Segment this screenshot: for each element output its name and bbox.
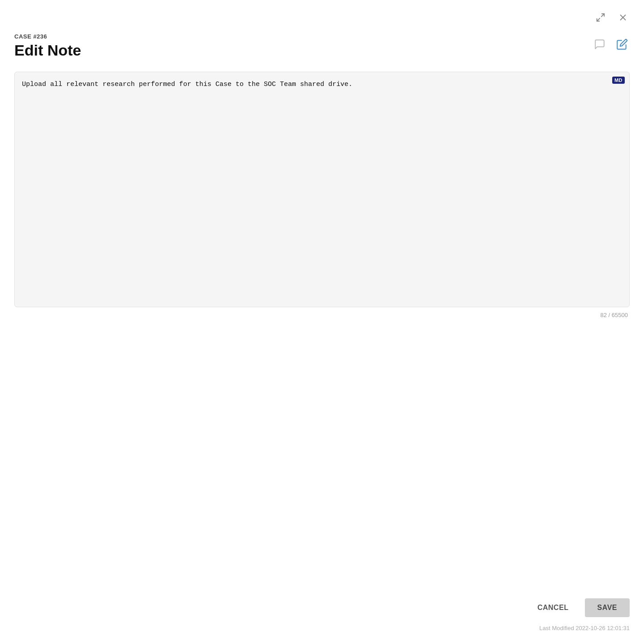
close-icon xyxy=(618,13,628,22)
expand-button[interactable] xyxy=(594,11,607,24)
close-button[interactable] xyxy=(616,11,630,24)
svg-line-1 xyxy=(597,18,600,21)
note-editor-wrapper: MD Upload all relevant research performe… xyxy=(14,72,630,307)
edit-icon xyxy=(616,39,628,50)
modal-container: CASE #236 Edit Note MD Upload all releva… xyxy=(0,0,644,644)
top-actions xyxy=(14,11,630,24)
markdown-badge: MD xyxy=(612,77,625,84)
page-title: Edit Note xyxy=(14,42,81,59)
edit-button[interactable] xyxy=(614,37,630,52)
expand-icon xyxy=(596,13,605,22)
header-left: CASE #236 Edit Note xyxy=(14,33,81,59)
header-right xyxy=(592,37,630,52)
note-textarea[interactable]: Upload all relevant research performed f… xyxy=(15,72,629,305)
comment-button[interactable] xyxy=(592,37,607,52)
svg-line-0 xyxy=(601,14,604,17)
save-button[interactable]: SAVE xyxy=(585,598,630,617)
header-row: CASE #236 Edit Note xyxy=(14,33,630,59)
case-label: CASE #236 xyxy=(14,33,81,40)
footer-actions: CANCEL SAVE xyxy=(528,598,630,617)
char-count: 82 / 65500 xyxy=(14,312,630,318)
cancel-button[interactable]: CANCEL xyxy=(528,598,578,617)
comment-icon xyxy=(594,39,605,50)
last-modified-label: Last Modified 2022-10-26 12:01:31 xyxy=(539,625,630,631)
